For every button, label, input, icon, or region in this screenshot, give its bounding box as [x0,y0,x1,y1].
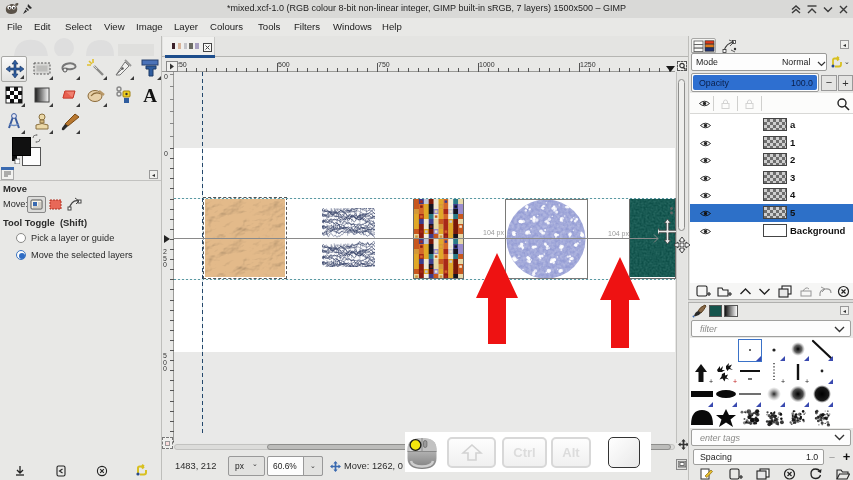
svg-text:A: A [143,85,157,105]
